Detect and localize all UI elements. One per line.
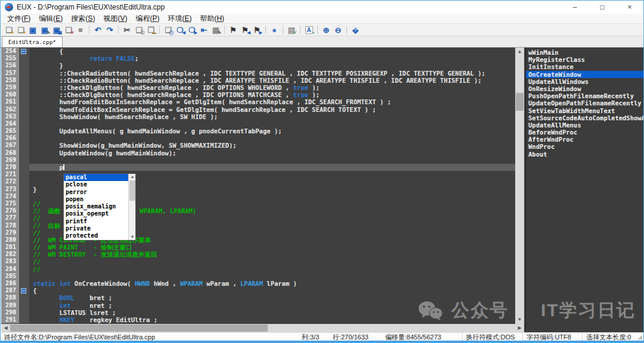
navigate-back-button[interactable]: ●← xyxy=(268,24,280,35)
scroll-up-icon[interactable]: ▲ xyxy=(515,48,524,56)
menu-item-1[interactable]: 文件(F) xyxy=(3,14,35,23)
function-list-item[interactable]: UpdateAllMenus xyxy=(526,121,644,129)
zoom-in-button[interactable]: ⊕ xyxy=(320,24,332,35)
syntax-highlighting-button[interactable]: A▪ xyxy=(303,24,315,35)
code-line-266: 266 xyxy=(1,135,515,142)
menu-item-2[interactable]: 编辑(E) xyxy=(35,14,67,23)
line-ending-marks-button[interactable]: ▤✓ xyxy=(286,24,298,35)
autocomplete-item[interactable]: posix_memalign xyxy=(64,203,128,210)
line-number: 258 xyxy=(1,77,19,84)
replace-button[interactable]: ▦✎ xyxy=(210,24,222,35)
file-list-button[interactable]: ≡ xyxy=(75,24,86,35)
function-list-item[interactable]: WndProc xyxy=(526,143,644,150)
fold-collapse-icon[interactable]: − xyxy=(21,288,26,294)
find-previous-icon-overlay: ◀ xyxy=(182,30,185,35)
autocomplete-item[interactable]: popen xyxy=(64,196,128,203)
function-list-item[interactable]: SetViewTabWidthMenuText xyxy=(526,107,644,114)
close-button[interactable]: × xyxy=(616,1,643,14)
autocomplete-item[interactable]: perror xyxy=(64,189,128,196)
popup-scroll-thumb[interactable] xyxy=(129,180,135,201)
scroll-right-icon[interactable]: ▶ xyxy=(515,324,524,332)
minimize-button[interactable]: – xyxy=(561,1,589,14)
fold-margin xyxy=(19,302,29,309)
bookmark-previous-button[interactable]: ⚑◀ xyxy=(239,24,251,35)
find-next-button[interactable]: ❍▶ xyxy=(186,24,198,35)
zoom-out-button[interactable]: ⊖ xyxy=(332,24,344,35)
menu-item-7[interactable]: 帮助(H) xyxy=(196,14,228,23)
resize-grip[interactable]: ◢ xyxy=(637,333,642,340)
toolbar-separator xyxy=(317,26,318,34)
bookmark-next-button[interactable]: ⚑▶ xyxy=(251,24,263,35)
function-list-item[interactable]: BeforeWndProc xyxy=(526,129,644,136)
fold-margin xyxy=(19,273,29,280)
bookmark-previous-icon-overlay: ◀ xyxy=(247,30,250,35)
editor-horizontal-scrollbar[interactable]: ◀ ▶ xyxy=(1,324,524,332)
popup-scroll-up-icon[interactable]: ▲ xyxy=(129,174,136,180)
find-previous-button[interactable]: ❍◀ xyxy=(174,24,186,35)
vertical-scroll-thumb[interactable] xyxy=(516,93,524,111)
toolbar-separator xyxy=(283,26,283,34)
editor-vertical-scrollbar[interactable]: ▲ ▼ xyxy=(515,48,524,324)
line-number: 277 xyxy=(1,214,19,222)
autocomplete-item[interactable]: private xyxy=(64,225,128,232)
function-list-item[interactable]: UpdateOpenPathFilenameRecently xyxy=(526,99,644,107)
autocomplete-item[interactable]: protected xyxy=(64,232,128,239)
menu-item-6[interactable]: 环境(E) xyxy=(163,14,196,23)
line-number: 256 xyxy=(1,62,19,69)
fold-margin xyxy=(19,222,29,229)
autocomplete-item[interactable]: pascal xyxy=(64,174,128,181)
horizontal-scroll-thumb[interactable] xyxy=(10,325,268,332)
code-line-291: 291 HKEY regkey_EditUltra ; xyxy=(1,316,515,323)
new-file-button[interactable]: ❏✶ xyxy=(3,24,15,35)
cut-icon: ✂ xyxy=(124,26,131,34)
code-line-269: 269 xyxy=(1,157,515,164)
menu-item-4[interactable]: 视图(V) xyxy=(99,14,131,23)
autocomplete-item[interactable]: printf xyxy=(64,218,128,225)
toolbar-separator xyxy=(224,26,225,34)
function-list-item[interactable]: AfterWndProc xyxy=(526,136,644,143)
function-list-item[interactable]: OnCreateWindow xyxy=(526,71,644,78)
save-button[interactable]: ▣ xyxy=(27,24,39,35)
goto-line-button[interactable]: ⇤ xyxy=(198,24,210,35)
paste-button[interactable]: ❐▬ xyxy=(145,24,157,35)
function-list-item[interactable]: About xyxy=(526,151,644,158)
undo-button[interactable]: ↶ xyxy=(92,24,104,35)
menu-bar: 文件(F)编辑(E)搜索(S)视图(V)编程(P)环境(E)帮助(H) xyxy=(1,14,643,24)
maximize-button[interactable]: □ xyxy=(589,1,616,14)
autocomplete-item[interactable]: pclose xyxy=(64,181,128,188)
line-number: 287 xyxy=(1,287,19,294)
open-file-button[interactable]: ❏✦ xyxy=(15,24,27,35)
about-button[interactable]: ◆? xyxy=(349,24,361,35)
tab-editultra-cpp[interactable]: EditUltra.cpp* xyxy=(2,36,63,47)
fold-collapse-icon[interactable]: − xyxy=(21,49,26,54)
redo-button[interactable]: ↷ xyxy=(104,24,116,35)
menu-item-5[interactable]: 编程(P) xyxy=(131,14,163,23)
fold-margin xyxy=(19,207,29,214)
scroll-left-icon[interactable]: ◀ xyxy=(1,324,10,332)
cut-button[interactable]: ✂ xyxy=(121,24,133,35)
save-all-button[interactable]: ▣▣ xyxy=(51,24,63,35)
find-button[interactable]: ❏◯ xyxy=(162,24,174,35)
new-file-icon-overlay: ✶ xyxy=(11,30,14,35)
scroll-down-icon[interactable]: ▼ xyxy=(515,316,524,324)
function-list-item[interactable]: InitInstance xyxy=(526,63,644,70)
autocomplete-scrollbar[interactable]: ▲ ▼ xyxy=(128,174,135,240)
save-as-button[interactable]: ▣✎ xyxy=(39,24,51,35)
function-list-item[interactable]: wWinMain xyxy=(526,49,644,56)
menu-item-3[interactable]: 搜索(S) xyxy=(67,14,99,23)
bookmark-toggle-button[interactable]: ⚑ xyxy=(227,24,239,35)
function-list-item[interactable]: PushOpenPathFilenameRecently xyxy=(526,92,644,99)
fold-margin: − xyxy=(19,287,29,294)
popup-scroll-down-icon[interactable]: ▼ xyxy=(129,234,136,240)
function-list-item[interactable]: UpdateAllWindows xyxy=(526,78,644,85)
autocomplete-item[interactable]: posix_openpt xyxy=(64,210,128,217)
line-number: 288 xyxy=(1,294,19,301)
copy-button[interactable]: ❏❏ xyxy=(133,24,145,35)
fold-margin xyxy=(19,157,29,164)
function-list-item[interactable]: MyRegisterClass xyxy=(526,56,644,63)
function-list-item[interactable]: SetSourceCodeAutoCompletedShowAf xyxy=(526,114,644,121)
close-file-button[interactable]: ❏✕ xyxy=(63,24,75,35)
code-text: hwndFromEditBoxInSearchReplace = GetDlgI… xyxy=(29,98,515,105)
fold-margin xyxy=(19,149,29,157)
function-list-item[interactable]: OnResizeWindow xyxy=(526,85,644,92)
